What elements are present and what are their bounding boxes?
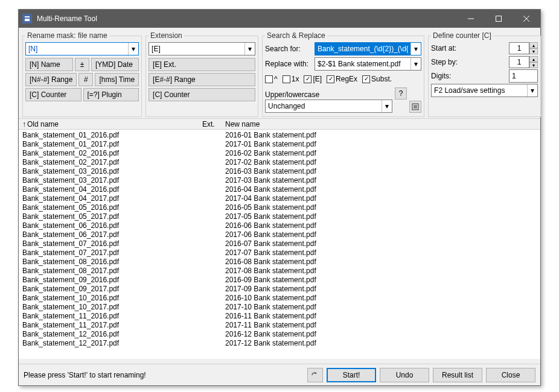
subst-checkbox[interactable]: ✓Subst.: [362, 75, 392, 83]
table-row[interactable]: Bank_statement_10_2017.pdf2017-10 Bank s…: [22, 302, 537, 311]
table-row[interactable]: Bank_statement_08_2017.pdf2017-08 Bank s…: [22, 266, 537, 275]
table-row[interactable]: Bank_statement_02_2017.pdf2017-02 Bank s…: [22, 157, 537, 166]
maximize-button[interactable]: [485, 10, 513, 28]
table-row[interactable]: Bank_statement_12_2016.pdf2016-12 Bank s…: [22, 329, 537, 338]
table-row[interactable]: Bank_statement_10_2016.pdf2016-10 Bank s…: [22, 293, 537, 302]
table-row[interactable]: Bank_statement_06_2017.pdf2017-06 Bank s…: [22, 230, 537, 239]
mask-pm-button[interactable]: ±: [75, 58, 89, 71]
start-button[interactable]: Start!: [327, 368, 376, 382]
mask-time-button[interactable]: [hms] Time: [95, 73, 139, 86]
old-name-cell: Bank_statement_07_2016.pdf: [22, 239, 202, 248]
result-list-button[interactable]: Result list: [433, 368, 482, 382]
spin-up-icon[interactable]: ▲: [529, 56, 538, 62]
table-row[interactable]: Bank_statement_04_2017.pdf2017-04 Bank s…: [22, 194, 537, 203]
start-at-spinner[interactable]: ▲▼: [509, 42, 538, 54]
old-name-cell: Bank_statement_07_2017.pdf: [22, 248, 202, 257]
table-row[interactable]: Bank_statement_03_2016.pdf2016-03 Bank s…: [22, 166, 537, 175]
mask-range-button[interactable]: [N#-#] Range: [25, 73, 77, 86]
footer: Please press 'Start!' to start renaming!…: [19, 364, 540, 385]
search-for-field[interactable]: [315, 43, 410, 55]
column-old-name[interactable]: ↑ Old name: [22, 120, 202, 128]
table-row[interactable]: Bank_statement_12_2017.pdf2017-12 Bank s…: [22, 338, 537, 347]
column-new-name[interactable]: New name: [225, 120, 540, 128]
table-row[interactable]: Bank_statement_09_2017.pdf2017-09 Bank s…: [22, 284, 537, 293]
edit-settings-button[interactable]: [409, 101, 421, 113]
f2-settings-field[interactable]: [432, 84, 527, 96]
new-name-cell: 2017-12 Bank statement.pdf: [225, 339, 537, 347]
table-row[interactable]: Bank_statement_05_2016.pdf2016-05 Bank s…: [22, 203, 537, 212]
close-window-button[interactable]: [513, 10, 540, 28]
case-up-checkbox[interactable]: ^: [265, 75, 278, 83]
ext-range-button[interactable]: [E#-#] Range: [149, 73, 255, 86]
new-name-cell: 2016-09 Bank statement.pdf: [225, 276, 537, 284]
table-row[interactable]: Bank_statement_09_2016.pdf2016-09 Bank s…: [22, 275, 537, 284]
extension-input[interactable]: ▾: [149, 42, 255, 55]
minimize-button[interactable]: [457, 10, 485, 28]
rename-mask-field[interactable]: [26, 43, 128, 55]
table-row[interactable]: Bank_statement_01_2017.pdf2017-01 Bank s…: [22, 139, 537, 148]
chevron-down-icon[interactable]: ▾: [244, 43, 255, 55]
spin-down-icon[interactable]: ▼: [529, 62, 538, 68]
status-message: Please press 'Start!' to start renaming!: [24, 371, 304, 379]
new-name-cell: 2016-04 Bank statement.pdf: [225, 185, 537, 194]
table-row[interactable]: Bank_statement_04_2016.pdf2016-04 Bank s…: [22, 185, 537, 194]
table-row[interactable]: Bank_statement_11_2016.pdf2016-11 Bank s…: [22, 311, 537, 320]
reload-button[interactable]: [307, 368, 323, 382]
mask-plugin-button[interactable]: [=?] Plugin: [83, 88, 139, 101]
chevron-down-icon[interactable]: ▾: [128, 43, 138, 55]
replace-with-input[interactable]: ▾: [315, 57, 421, 71]
mask-name-button[interactable]: [N] Name: [25, 58, 73, 71]
step-by-spinner[interactable]: ▲▼: [509, 56, 538, 68]
replace-with-field[interactable]: [315, 58, 410, 70]
file-list[interactable]: Bank_statement_01_2016.pdf2016-01 Bank s…: [19, 130, 540, 359]
close-button[interactable]: Close: [486, 368, 535, 382]
mask-counter-button[interactable]: [C] Counter: [25, 88, 81, 101]
case-select[interactable]: ▾: [265, 100, 392, 113]
help-button[interactable]: ?: [395, 87, 407, 100]
search-replace-legend: Search & Replace: [265, 31, 327, 40]
ext-ext-button[interactable]: [E] Ext.: [149, 58, 255, 71]
new-name-cell: 2016-06 Bank statement.pdf: [225, 221, 537, 230]
column-ext[interactable]: Ext.: [202, 120, 225, 128]
chevron-down-icon[interactable]: ▾: [410, 58, 421, 70]
table-row[interactable]: Bank_statement_11_2017.pdf2017-11 Bank s…: [22, 320, 537, 329]
list-header: ↑ Old name Ext. New name: [19, 118, 540, 130]
table-row[interactable]: Bank_statement_07_2016.pdf2016-07 Bank s…: [22, 239, 537, 248]
ext-checkbox[interactable]: ✓[E]: [304, 75, 322, 83]
regex-checkbox[interactable]: ✓RegEx: [327, 75, 357, 83]
old-name-cell: Bank_statement_02_2017.pdf: [22, 158, 202, 166]
new-name-cell: 2017-03 Bank statement.pdf: [225, 176, 537, 185]
mask-hash-button[interactable]: #: [78, 73, 93, 86]
table-row[interactable]: Bank_statement_07_2017.pdf2017-07 Bank s…: [22, 248, 537, 257]
table-row[interactable]: Bank_statement_03_2017.pdf2017-03 Bank s…: [22, 175, 537, 185]
old-name-cell: Bank_statement_10_2016.pdf: [22, 294, 202, 302]
chevron-down-icon[interactable]: ▾: [382, 100, 392, 112]
digits-select[interactable]: ▾: [509, 69, 538, 83]
rename-mask-input[interactable]: ▾: [25, 42, 139, 55]
undo-button[interactable]: Undo: [380, 368, 429, 382]
titlebar[interactable]: Multi-Rename Tool: [19, 10, 540, 28]
table-row[interactable]: Bank_statement_06_2016.pdf2016-06 Bank s…: [22, 221, 537, 230]
chevron-down-icon[interactable]: ▾: [527, 84, 537, 96]
once-checkbox[interactable]: 1x: [283, 75, 299, 83]
spin-down-icon[interactable]: ▼: [529, 48, 538, 54]
old-name-cell: Bank_statement_11_2017.pdf: [22, 321, 202, 329]
search-for-input[interactable]: ▾: [315, 42, 421, 55]
rename-mask-legend: Rename mask: file name: [25, 31, 109, 40]
mask-date-button[interactable]: [YMD] Date: [91, 58, 139, 71]
table-row[interactable]: Bank_statement_08_2016.pdf2016-08 Bank s…: [22, 257, 537, 266]
digits-field[interactable]: [509, 70, 559, 82]
extension-group: Extension ▾ [E] Ext. [E#-#] Range [C] Co…: [145, 31, 258, 117]
step-by-field[interactable]: [509, 56, 529, 68]
table-row[interactable]: Bank_statement_01_2016.pdf2016-01 Bank s…: [22, 130, 537, 139]
extension-field[interactable]: [149, 43, 244, 55]
old-name-cell: Bank_statement_12_2016.pdf: [22, 330, 202, 338]
table-row[interactable]: Bank_statement_02_2016.pdf2016-02 Bank s…: [22, 148, 537, 157]
f2-settings-select[interactable]: ▾: [431, 84, 538, 97]
ext-counter-button[interactable]: [C] Counter: [149, 88, 255, 101]
start-at-field[interactable]: [509, 42, 529, 54]
table-row[interactable]: Bank_statement_05_2017.pdf2017-05 Bank s…: [22, 212, 537, 221]
chevron-down-icon[interactable]: ▾: [410, 43, 421, 55]
case-value[interactable]: [266, 100, 382, 112]
spin-up-icon[interactable]: ▲: [529, 42, 538, 48]
